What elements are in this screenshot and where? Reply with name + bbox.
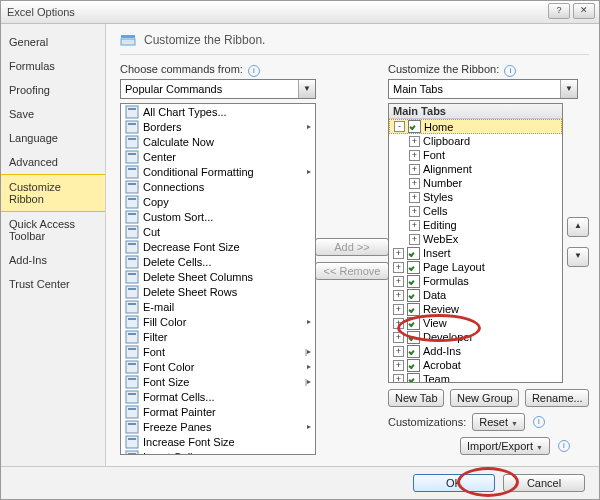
command-item[interactable]: Font Size|▸ xyxy=(121,374,315,389)
cancel-button[interactable]: Cancel xyxy=(503,474,585,492)
tree-node[interactable]: +Number xyxy=(389,176,562,190)
sidebar-item-proofing[interactable]: Proofing xyxy=(1,78,105,102)
command-item[interactable]: Font Color▸ xyxy=(121,359,315,374)
add-button[interactable]: Add >> xyxy=(315,238,389,256)
command-item[interactable]: Delete Sheet Rows xyxy=(121,284,315,299)
help-button[interactable]: ? xyxy=(548,3,570,19)
command-item[interactable]: E-mail xyxy=(121,299,315,314)
sidebar-item-customize-ribbon[interactable]: Customize Ribbon xyxy=(1,174,105,212)
sidebar-item-add-ins[interactable]: Add-Ins xyxy=(1,248,105,272)
expand-icon[interactable]: + xyxy=(393,332,404,343)
info-icon[interactable]: i xyxy=(248,65,260,77)
expand-icon[interactable]: + xyxy=(393,304,404,315)
expand-icon[interactable]: + xyxy=(409,150,420,161)
remove-button[interactable]: << Remove xyxy=(315,262,390,280)
checkbox[interactable] xyxy=(408,120,421,133)
command-item[interactable]: Decrease Font Size xyxy=(121,239,315,254)
sidebar-item-quick-access-toolbar[interactable]: Quick Access Toolbar xyxy=(1,212,105,248)
tree-node[interactable]: +Add-Ins xyxy=(389,344,562,358)
close-button[interactable]: ✕ xyxy=(573,3,595,19)
expand-icon[interactable]: + xyxy=(409,136,420,147)
sidebar-item-language[interactable]: Language xyxy=(1,126,105,150)
expand-icon[interactable]: + xyxy=(409,220,420,231)
command-item[interactable]: Connections xyxy=(121,179,315,194)
new-group-button[interactable]: New Group xyxy=(450,389,519,407)
command-item[interactable]: Calculate Now xyxy=(121,134,315,149)
checkbox[interactable] xyxy=(407,303,420,316)
rename-button[interactable]: Rename... xyxy=(525,389,589,407)
tree-node[interactable]: +WebEx xyxy=(389,232,562,246)
new-tab-button[interactable]: New Tab xyxy=(388,389,444,407)
tree-node[interactable]: +Review xyxy=(389,302,562,316)
tree-node[interactable]: +Alignment xyxy=(389,162,562,176)
sidebar-item-advanced[interactable]: Advanced xyxy=(1,150,105,174)
command-item[interactable]: Center xyxy=(121,149,315,164)
command-item[interactable]: Font|▸ xyxy=(121,344,315,359)
tree-node[interactable]: +Formulas xyxy=(389,274,562,288)
command-item[interactable]: Custom Sort... xyxy=(121,209,315,224)
command-item[interactable]: Cut xyxy=(121,224,315,239)
checkbox[interactable] xyxy=(407,275,420,288)
tree-node[interactable]: +Developer xyxy=(389,330,562,344)
ribbon-tree[interactable]: Main Tabs -Home+Clipboard+Font+Alignment… xyxy=(388,103,563,383)
expand-icon[interactable]: + xyxy=(393,248,404,259)
command-item[interactable]: Borders▸ xyxy=(121,119,315,134)
checkbox[interactable] xyxy=(407,373,420,384)
tree-node[interactable]: +Data xyxy=(389,288,562,302)
tree-node[interactable]: +Font xyxy=(389,148,562,162)
command-item[interactable]: Fill Color▸ xyxy=(121,314,315,329)
expand-icon[interactable]: + xyxy=(409,178,420,189)
move-up-button[interactable]: ▲ xyxy=(567,217,589,237)
tree-node[interactable]: +Team xyxy=(389,372,562,383)
checkbox[interactable] xyxy=(407,359,420,372)
expand-icon[interactable]: + xyxy=(409,164,420,175)
collapse-icon[interactable]: - xyxy=(394,121,405,132)
tree-node[interactable]: -Home xyxy=(389,119,562,134)
command-item[interactable]: Format Painter xyxy=(121,404,315,419)
command-item[interactable]: Freeze Panes▸ xyxy=(121,419,315,434)
expand-icon[interactable]: + xyxy=(409,234,420,245)
checkbox[interactable] xyxy=(407,317,420,330)
checkbox[interactable] xyxy=(407,331,420,344)
checkbox[interactable] xyxy=(407,289,420,302)
expand-icon[interactable]: + xyxy=(393,262,404,273)
expand-icon[interactable]: + xyxy=(393,318,404,329)
expand-icon[interactable]: + xyxy=(393,346,404,357)
info-icon[interactable]: i xyxy=(558,440,570,452)
command-item[interactable]: Increase Font Size xyxy=(121,434,315,449)
command-item[interactable]: Filter xyxy=(121,329,315,344)
tree-node[interactable]: +View xyxy=(389,316,562,330)
tree-node[interactable]: +Insert xyxy=(389,246,562,260)
expand-icon[interactable]: + xyxy=(393,276,404,287)
commands-listbox[interactable]: All Chart Types...Borders▸Calculate NowC… xyxy=(120,103,316,455)
expand-icon[interactable]: + xyxy=(393,290,404,301)
tree-node[interactable]: +Page Layout xyxy=(389,260,562,274)
sidebar-item-save[interactable]: Save xyxy=(1,102,105,126)
info-icon[interactable]: i xyxy=(533,416,545,428)
tree-node[interactable]: +Cells xyxy=(389,204,562,218)
import-export-button[interactable]: Import/Export▼ xyxy=(460,437,550,455)
command-item[interactable]: Copy xyxy=(121,194,315,209)
expand-icon[interactable]: + xyxy=(409,192,420,203)
expand-icon[interactable]: + xyxy=(409,206,420,217)
tree-node[interactable]: +Styles xyxy=(389,190,562,204)
move-down-button[interactable]: ▼ xyxy=(567,247,589,267)
info-icon[interactable]: i xyxy=(504,65,516,77)
expand-icon[interactable]: + xyxy=(393,374,404,384)
sidebar-item-formulas[interactable]: Formulas xyxy=(1,54,105,78)
checkbox[interactable] xyxy=(407,345,420,358)
tree-node[interactable]: +Clipboard xyxy=(389,134,562,148)
tree-node[interactable]: +Editing xyxy=(389,218,562,232)
sidebar-item-general[interactable]: General xyxy=(1,30,105,54)
tree-node[interactable]: +Acrobat xyxy=(389,358,562,372)
command-item[interactable]: Delete Sheet Columns xyxy=(121,269,315,284)
expand-icon[interactable]: + xyxy=(393,360,404,371)
command-item[interactable]: Insert Cells... xyxy=(121,449,315,455)
checkbox[interactable] xyxy=(407,247,420,260)
command-item[interactable]: Delete Cells... xyxy=(121,254,315,269)
reset-button[interactable]: Reset▼ xyxy=(472,413,525,431)
choose-commands-select[interactable]: Popular Commands ▼ xyxy=(120,79,316,99)
ribbon-scope-select[interactable]: Main Tabs ▼ xyxy=(388,79,578,99)
command-item[interactable]: Format Cells... xyxy=(121,389,315,404)
sidebar-item-trust-center[interactable]: Trust Center xyxy=(1,272,105,296)
